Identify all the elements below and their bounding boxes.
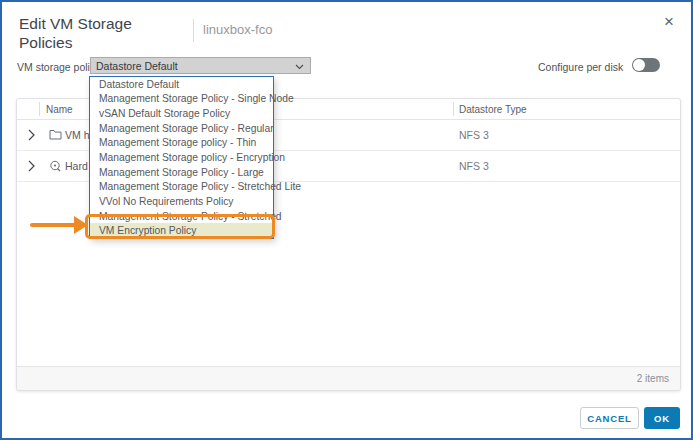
row-datastore-type: NFS 3: [459, 129, 489, 141]
chevron-down-icon: [295, 60, 304, 72]
dropdown-item[interactable]: Management Storage Policy - Large: [90, 165, 273, 180]
selected-policy-value: Datastore Default: [96, 60, 178, 72]
page-title: Edit VM Storage Policies: [19, 14, 159, 52]
hard-disk-icon: [49, 160, 61, 174]
cancel-button[interactable]: CANCEL: [580, 407, 639, 429]
header-divider: [453, 102, 454, 116]
dropdown-item[interactable]: Management Storage policy - Thin: [90, 136, 273, 151]
dropdown-item[interactable]: Datastore Default: [90, 77, 273, 92]
dropdown-item[interactable]: Management Storage policy - Encryption: [90, 150, 273, 165]
configure-per-disk-label: Configure per disk: [538, 61, 623, 73]
header-divider: [39, 102, 40, 116]
column-header-name: Name: [46, 104, 73, 115]
dropdown-item[interactable]: Management Storage Policy - Stretched Li…: [90, 179, 273, 194]
folder-icon: [49, 129, 62, 142]
close-icon[interactable]: ×: [664, 13, 674, 30]
dropdown-item[interactable]: Management Storage Policy - Single Node: [90, 92, 273, 107]
annotation-arrow: [30, 223, 76, 227]
column-header-datastore-type: Datastore Type: [459, 104, 527, 115]
table-footer: 2 items: [17, 366, 680, 390]
configure-per-disk-toggle[interactable]: [632, 58, 660, 72]
annotation-highlight-box: [85, 214, 275, 239]
expand-chevron-icon[interactable]: [28, 129, 35, 143]
ok-button[interactable]: OK: [644, 407, 680, 429]
row-datastore-type: NFS 3: [459, 160, 489, 172]
dropdown-item[interactable]: Management Storage Policy - Regular: [90, 121, 273, 136]
toggle-knob: [633, 59, 645, 71]
expand-chevron-icon[interactable]: [28, 160, 35, 174]
dropdown-item[interactable]: vSAN Default Storage Policy: [90, 106, 273, 121]
vm-storage-policy-select[interactable]: Datastore Default: [90, 57, 311, 74]
items-count: 2 items: [637, 373, 669, 384]
dropdown-item[interactable]: VVol No Requirements Policy: [90, 194, 273, 209]
title-divider: [193, 19, 194, 42]
annotation-arrow-head: [74, 216, 88, 234]
vm-name: linuxbox-fco: [203, 22, 272, 37]
